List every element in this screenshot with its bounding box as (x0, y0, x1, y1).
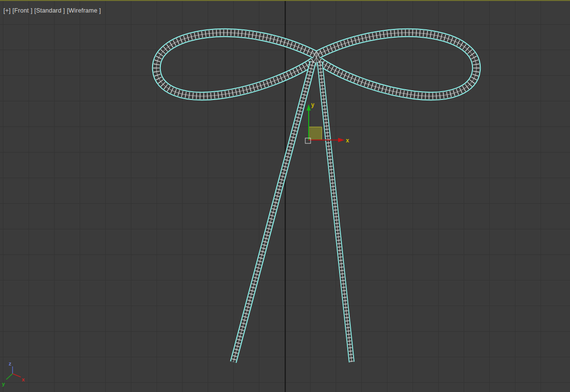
world-axis-tripod: z y x (2, 361, 25, 387)
tripod-z-label: z (9, 361, 12, 366)
viewport-render-preset-menu[interactable]: [Standard ] (34, 7, 65, 14)
viewport-front[interactable]: y x z y x [+][Front ][Standard ][Wirefra… (0, 0, 570, 392)
viewport-pov-menu[interactable]: [Front ] (13, 7, 32, 14)
gizmo-y-arrowhead-icon[interactable] (307, 104, 311, 111)
bow-left-tail (233, 62, 313, 362)
gizmo-x-arrowhead-icon[interactable] (338, 138, 344, 142)
bow-spline-object[interactable] (157, 33, 477, 362)
viewport-shading-menu[interactable]: [Wireframe ] (67, 7, 100, 14)
tripod-x-axis-icon (13, 374, 21, 377)
scene-canvas: y x z y x (0, 0, 570, 392)
viewport-general-menu[interactable]: [+] (3, 7, 11, 14)
bow-left-loop (157, 33, 315, 96)
tripod-y-axis-icon (6, 374, 13, 379)
tripod-y-label: y (2, 381, 5, 387)
active-viewport-border (0, 0, 570, 1)
tripod-x-label: x (22, 377, 25, 382)
bow-right-loop (318, 33, 476, 96)
gizmo-x-label: x (346, 137, 349, 144)
bow-right-tail (320, 62, 352, 362)
gizmo-y-label: y (311, 101, 314, 108)
viewport-label-bar: [+][Front ][Standard ][Wireframe ] (3, 7, 103, 14)
